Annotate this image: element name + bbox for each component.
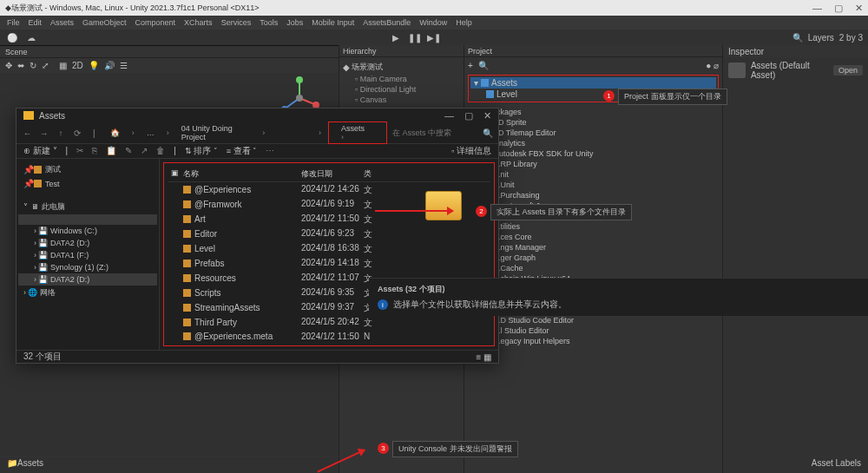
search-icon[interactable]: 🔍 [792,33,803,43]
file-row[interactable]: @Experiences.meta2024/1/2 11:50N [168,330,490,342]
menu-gameobject[interactable]: GameObject [82,18,127,27]
up-button[interactable]: ↑ [55,128,66,138]
shading-mode-icon[interactable]: ▦ [59,61,67,70]
menu-edit[interactable]: Edit [29,18,43,27]
cut-icon[interactable]: ✂ [76,146,83,155]
audio-icon[interactable]: 🔊 [104,61,115,70]
project-item[interactable]: ...Unit [468,180,719,190]
sort-dropdown[interactable]: ⇅ 排序 ˅ [185,145,218,157]
column-name[interactable]: 名称 [183,168,301,180]
layers-dropdown[interactable]: Layers [808,33,834,43]
pause-button[interactable]: ❚❚ [408,31,422,43]
hierarchy-item[interactable]: ▫ Directional Light [341,84,462,95]
project-search-icon[interactable]: 🔍 [478,61,489,70]
copy-icon[interactable]: ⎘ [92,146,97,155]
explorer-minimize-icon[interactable]: ― [444,110,454,122]
inspector-tab[interactable]: Inspector [723,45,868,57]
file-row[interactable]: Editor2024/1/6 9:23文 [168,227,490,241]
menu-component[interactable]: Component [135,18,176,27]
project-item[interactable]: 2D Sprite [468,117,719,128]
list-check-icon[interactable]: ▣ [171,168,183,180]
refresh-button[interactable]: ⟳ [71,128,82,138]
project-packages[interactable]: ▾Packages [468,106,719,117]
project-item[interactable]: ...ces Core [468,232,719,242]
details-pane-button[interactable]: ▫ 详细信息 [451,145,491,157]
tool-move-icon[interactable]: ⬌ [17,61,24,70]
forward-button[interactable]: → [38,128,49,138]
account-icon[interactable]: ⚪ [5,31,19,43]
tool-hand-icon[interactable]: ✥ [5,61,12,70]
menu-mobile input[interactable]: Mobile Input [312,18,354,27]
project-filter-icon[interactable]: ● [706,61,711,70]
menu-services[interactable]: Services [221,18,252,27]
more-icon[interactable]: ⋯ [266,146,274,155]
menu-xcharts[interactable]: XCharts [184,18,213,27]
project-item[interactable]: ...Purchasing [468,190,719,200]
menu-assetsbundle[interactable]: AssetsBundle [363,18,411,27]
file-row[interactable]: Level2024/1/8 16:38文 [168,241,490,256]
column-date[interactable]: 修改日期 [301,168,364,180]
project-add-icon[interactable]: + [468,61,473,70]
project-item[interactable]: ...D Studio Code Editor [468,315,719,325]
menu-tools[interactable]: Tools [260,18,278,27]
lighting-icon[interactable]: 💡 [89,61,99,70]
project-item[interactable]: Autodesk FBX SDK for Unity [468,148,719,159]
rename-icon[interactable]: ✎ [125,146,132,155]
tool-scale-icon[interactable]: ⤢ [42,61,49,70]
close-icon[interactable]: ✕ [855,3,863,14]
project-item[interactable]: 2D Tilemap Editor [468,128,719,138]
project-assets-root[interactable]: ▾Assets [470,77,716,89]
explorer-maximize-icon[interactable]: ▢ [464,110,473,122]
project-hidden-icon[interactable]: ⌀ [713,61,719,70]
sidebar-drive[interactable]: › 💾 DATA2 (D:) [18,237,157,249]
hierarchy-item[interactable]: ▫ Main Camera [341,74,462,84]
project-item[interactable]: ...ngs Manager [468,242,719,253]
sidebar-drive[interactable]: › 💾 DATA1 (F:) [18,249,157,261]
project-item[interactable]: ...ger Graph [468,253,719,263]
sidebar-drive[interactable]: › 💾 DATA2 (D:) [18,273,157,286]
paste-icon[interactable]: 📋 [106,146,116,155]
sidebar-pc[interactable]: ˅ 🖥 此电脑 [18,200,157,214]
breadcrumb-assets-redbox[interactable]: Assets › [328,122,387,144]
new-button[interactable]: ⊕ 新建 ˅ [23,145,57,157]
view-mode-icon[interactable]: ≡ ▦ [476,352,491,362]
delete-icon[interactable]: 🗑 [156,146,165,155]
cloud-icon[interactable]: ☁ [24,31,38,43]
breadcrumb-project[interactable]: 04 Unity Doing Project [176,122,255,143]
project-item[interactable]: ...Cache [468,263,719,273]
hierarchy-item[interactable]: ▫ Canvas [341,95,462,105]
file-row[interactable]: Prefabs2024/1/9 14:18文 [168,256,490,271]
sidebar-network[interactable]: › 🌐 网络 [18,286,157,300]
sidebar-quick-item[interactable]: 📌Test [18,177,157,190]
scene-tab[interactable]: Scene [0,45,339,57]
open-button[interactable]: Open [833,65,863,76]
project-item[interactable]: ...l Studio Editor [468,325,719,336]
hierarchy-scene[interactable]: ◆ 场景测试 [341,61,462,74]
layout-dropdown[interactable]: 2 by 3 [839,33,863,43]
column-type[interactable]: 类 [364,168,372,180]
project-item[interactable]: ...egacy Input Helpers [468,336,719,346]
explorer-search-input[interactable] [392,128,479,137]
sidebar-drive[interactable]: › 💾 Synology (1) (Z:) [18,261,157,273]
view-dropdown[interactable]: ≡ 查看 ˅ [227,145,257,157]
share-icon[interactable]: ↗ [141,146,148,155]
project-tab[interactable]: Project [464,45,722,57]
2d-toggle[interactable]: 2D [72,61,83,70]
minimize-icon[interactable]: ― [812,3,822,14]
gizmos-dropdown[interactable]: ☰ [120,61,128,70]
menu-jobs[interactable]: Jobs [286,18,303,27]
breadcrumb-home-icon[interactable]: 🏠 [105,127,125,139]
hierarchy-tab[interactable]: Hierarchy [339,45,464,57]
file-row[interactable]: Third Party2024/1/5 20:42文 [168,315,490,330]
project-item[interactable]: Analytics [468,138,719,148]
project-item[interactable]: ...tilities [468,221,719,232]
back-button[interactable]: ← [22,128,33,138]
maximize-icon[interactable]: ▢ [834,3,843,14]
search-icon[interactable]: 🔍 [483,128,493,138]
step-button[interactable]: ▶❚ [427,31,441,43]
project-item[interactable]: ...nit [468,169,719,180]
play-button[interactable]: ▶ [389,31,403,43]
menu-assets[interactable]: Assets [50,18,74,27]
menu-window[interactable]: Window [419,18,447,27]
tool-rotate-icon[interactable]: ↻ [30,61,36,70]
